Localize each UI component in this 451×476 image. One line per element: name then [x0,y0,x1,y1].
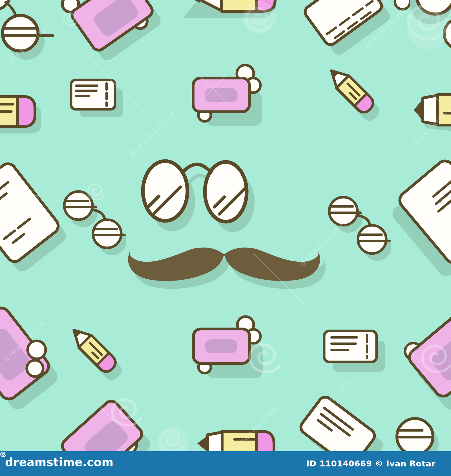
watermark-footer-bar: dreamstime.com ID 110140669 © Ivan Rotar [0,451,451,476]
dreamstime-logo: dreamstime.com [5,456,114,469]
ticket-card-bottom-right-icon [324,331,385,372]
dreamstime-logo-spiral-icon [0,451,7,458]
pattern-canvas: dreamstime dreamstime dreamstime dreamst… [0,0,451,476]
credit-text: ID 110140669 © Ivan Rotar [306,459,435,468]
pattern-illustration: dreamstime dreamstime dreamstime dreamst… [0,0,451,476]
pencil-eraser-left-edge-icon [0,97,41,134]
dreamstime-logo-text: dreamstime.com [5,456,114,469]
